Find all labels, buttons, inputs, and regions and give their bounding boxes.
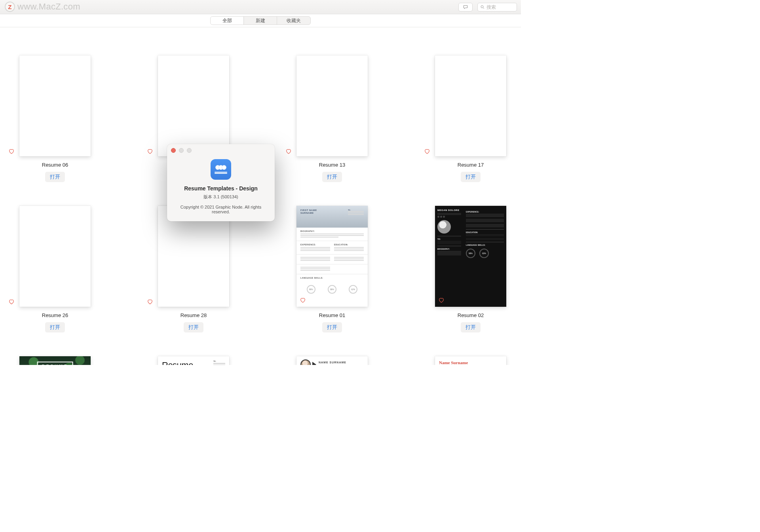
logo-icon: Z xyxy=(5,2,15,12)
feedback-button[interactable] xyxy=(458,3,473,11)
search-input[interactable] xyxy=(486,4,514,10)
thumb-text: LANGUAGE SKILLS: xyxy=(466,244,504,246)
heart-icon xyxy=(8,148,15,154)
open-button[interactable]: 打开 xyxy=(184,322,203,332)
template-thumbnail[interactable]: FIRST NAME SURNAME TO: BIOGRAPHY: xyxy=(296,206,368,307)
template-card[interactable]: Resume 28 打开 xyxy=(158,206,229,332)
template-card[interactable]: Resume 26 打开 xyxy=(19,206,91,332)
about-title: Resume Templates - Design xyxy=(173,185,268,192)
zoom-button xyxy=(187,148,192,153)
template-title: Resume 26 xyxy=(42,312,68,318)
favorite-button[interactable] xyxy=(147,298,153,306)
template-thumbnail[interactable] xyxy=(435,55,506,156)
template-thumbnail[interactable]: Resume TO: xyxy=(158,356,229,365)
heart-icon xyxy=(147,148,153,154)
segmented-row: 全部 新建 收藏夹 xyxy=(0,14,521,27)
favorite-button[interactable] xyxy=(424,148,430,156)
thumb-text: EXPERIENCE: xyxy=(466,211,504,213)
about-version: 版本 3.1 (500134) xyxy=(173,194,268,200)
toolbar: Z www.MacZ.com xyxy=(0,0,521,14)
template-title: Resume 01 xyxy=(319,312,345,318)
template-card[interactable]: Resume TO: xyxy=(158,356,229,365)
window-controls xyxy=(171,148,192,153)
template-title: Resume 17 xyxy=(458,162,484,168)
template-thumbnail[interactable] xyxy=(19,55,91,156)
template-thumbnail[interactable]: MEGAN DOLORE TO: BIOGRAPHY: EXPERIENCE: xyxy=(435,206,506,307)
template-card[interactable]: MEGAN DOLORE TO: BIOGRAPHY: EXPERIENCE: xyxy=(435,206,506,332)
template-card[interactable]: FIRST NAME SURNAME TO: BIOGRAPHY: xyxy=(296,206,368,332)
watermark: Z www.MacZ.com xyxy=(5,2,80,12)
svg-point-0 xyxy=(481,6,483,8)
heart-icon xyxy=(8,298,15,305)
thumb-text: BIOGRAPHY: xyxy=(300,230,364,232)
heart-icon xyxy=(285,148,292,154)
segmented-control: 全部 新建 收藏夹 xyxy=(210,16,311,25)
template-card[interactable]: Resume 17 打开 xyxy=(435,55,506,182)
thumb-text: MEGAN DOLORE xyxy=(437,209,461,211)
heart-icon xyxy=(300,297,306,303)
template-title: Resume 13 xyxy=(319,162,345,168)
favorite-button[interactable] xyxy=(8,148,15,156)
thumb-text: TO: xyxy=(213,360,216,362)
favorite-button[interactable] xyxy=(147,148,153,156)
thumb-text: RESUME xyxy=(37,362,73,365)
thumb-text: NAME SURNAME xyxy=(319,361,346,364)
close-button[interactable] xyxy=(171,148,176,153)
template-card[interactable]: Name Surname xyxy=(435,356,506,365)
search-field[interactable] xyxy=(477,3,517,11)
app-icon xyxy=(211,159,231,180)
tab-fav[interactable]: 收藏夹 xyxy=(277,17,310,25)
template-thumbnail[interactable]: NAME SURNAME Graphic designer xyxy=(296,356,368,365)
open-button[interactable]: 打开 xyxy=(322,172,342,182)
heart-icon xyxy=(424,148,430,154)
open-button[interactable]: 打开 xyxy=(45,172,65,182)
template-thumbnail[interactable]: Name Surname xyxy=(435,356,506,365)
template-thumbnail[interactable]: RESUME xyxy=(19,356,91,365)
minimize-button xyxy=(179,148,184,153)
template-card[interactable]: RESUME xyxy=(19,356,91,365)
watermark-text: www.MacZ.com xyxy=(17,2,80,12)
favorite-button[interactable] xyxy=(8,298,15,306)
thumb-text: EDUCATION: xyxy=(334,243,364,246)
template-thumbnail[interactable] xyxy=(19,206,91,307)
thumb-text: FIRST NAME xyxy=(300,209,317,212)
heart-icon xyxy=(147,298,153,305)
about-dialog: Resume Templates - Design 版本 3.1 (500134… xyxy=(167,144,275,221)
tab-new[interactable]: 新建 xyxy=(244,17,277,25)
open-button[interactable]: 打开 xyxy=(45,322,65,332)
open-button[interactable]: 打开 xyxy=(461,172,481,182)
template-title: Resume 28 xyxy=(180,312,207,318)
thumb-text: TO: xyxy=(437,238,461,240)
thumb-text: SURNAME xyxy=(300,212,317,215)
template-title: Resume 06 xyxy=(42,162,68,168)
favorite-button[interactable] xyxy=(285,148,292,156)
template-thumbnail[interactable] xyxy=(158,55,229,156)
thumb-text: Name Surname xyxy=(439,360,502,365)
template-card[interactable]: Resume 06 打开 xyxy=(19,55,91,182)
tab-all[interactable]: 全部 xyxy=(211,17,244,25)
chat-icon xyxy=(462,4,469,10)
search-icon xyxy=(480,5,485,10)
template-title: Resume 02 xyxy=(458,312,484,318)
thumb-text: EXPERIENCE: xyxy=(300,243,330,246)
heart-icon xyxy=(438,297,445,303)
favorite-button[interactable] xyxy=(438,297,445,304)
thumb-text: LANGUAGE SKILLS: xyxy=(300,277,364,279)
template-card[interactable]: Resume 13 打开 xyxy=(296,55,368,182)
open-button[interactable]: 打开 xyxy=(461,322,481,332)
template-thumbnail[interactable] xyxy=(296,55,368,156)
template-card[interactable]: NAME SURNAME Graphic designer xyxy=(296,356,368,365)
thumb-text: BIOGRAPHY: xyxy=(437,248,461,250)
thumb-text: EDUCATION: xyxy=(466,232,504,234)
open-button[interactable]: 打开 xyxy=(322,322,342,332)
favorite-button[interactable] xyxy=(300,297,306,304)
about-copyright: Copyright © 2021 Graphic Node. All right… xyxy=(173,205,268,214)
